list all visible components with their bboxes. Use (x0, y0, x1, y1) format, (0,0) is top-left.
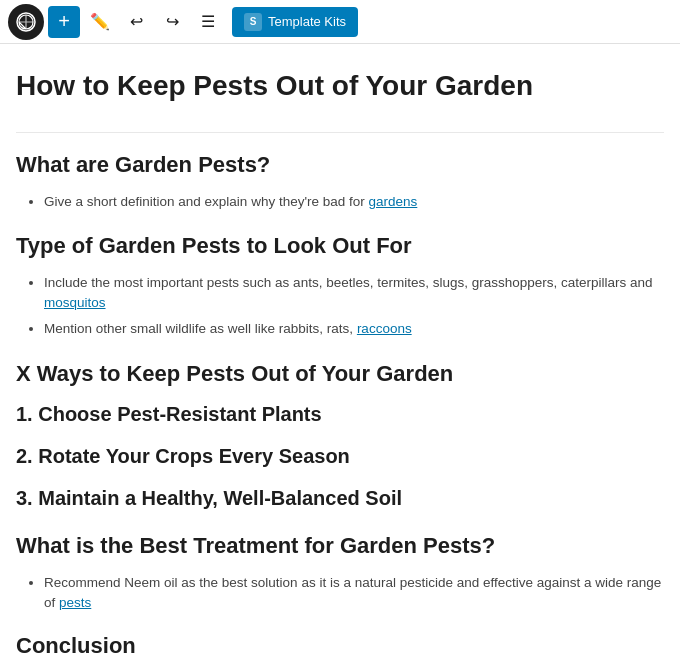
list-item: Mention other small wildlife as well lik… (44, 319, 664, 339)
section-conclusion: Conclusion Main keywords to include in a… (16, 633, 664, 664)
numbered-item-1: 1. Choose Pest-Resistant Plants (16, 400, 664, 428)
edit-button[interactable]: ✏️ (84, 6, 116, 38)
section-treatment: What is the Best Treatment for Garden Pe… (16, 532, 664, 613)
list-item: Include the most important pests such as… (44, 273, 664, 314)
redo-button[interactable]: ↪ (156, 6, 188, 38)
template-kits-icon: S (244, 13, 262, 31)
bullet-text: Recommend Neem oil as the best solution … (44, 575, 661, 610)
list-item: Recommend Neem oil as the best solution … (44, 573, 664, 614)
heading-types: Type of Garden Pests to Look Out For (16, 232, 664, 261)
pen-icon: ✏️ (90, 12, 110, 31)
section-what-are: What are Garden Pests? Give a short defi… (16, 151, 664, 212)
bullet-text: Mention other small wildlife as well lik… (44, 321, 357, 336)
template-kits-button[interactable]: S Template Kits (232, 7, 358, 37)
template-kits-label: Template Kits (268, 14, 346, 29)
add-button[interactable]: + (48, 6, 80, 38)
section-types: Type of Garden Pests to Look Out For Inc… (16, 232, 664, 339)
mosquitos-link[interactable]: mosquitos (44, 295, 106, 310)
bullet-list-treatment: Recommend Neem oil as the best solution … (16, 573, 664, 614)
heading-treatment: What is the Best Treatment for Garden Pe… (16, 532, 664, 561)
bullet-list-types: Include the most important pests such as… (16, 273, 664, 340)
toolbar: + ✏️ ↩ ↪ ☰ S Template Kits (0, 0, 680, 44)
conclusion-heading: Conclusion (16, 633, 664, 659)
bullet-text: Include the most important pests such as… (44, 275, 653, 290)
raccoons-link[interactable]: raccoons (357, 321, 412, 336)
wordpress-logo[interactable] (8, 4, 44, 40)
list-item: Give a short definition and explain why … (44, 192, 664, 212)
hamburger-icon: ☰ (201, 12, 215, 31)
undo-button[interactable]: ↩ (120, 6, 152, 38)
undo-icon: ↩ (130, 12, 143, 31)
editor-content: How to Keep Pests Out of Your Garden Wha… (0, 44, 680, 664)
article-main-title: How to Keep Pests Out of Your Garden (16, 68, 664, 104)
bullet-list-what-are: Give a short definition and explain why … (16, 192, 664, 212)
divider-1 (16, 132, 664, 133)
heading-ways: X Ways to Keep Pests Out of Your Garden (16, 360, 664, 389)
heading-what-are: What are Garden Pests? (16, 151, 664, 180)
numbered-item-2: 2. Rotate Your Crops Every Season (16, 442, 664, 470)
pests-link[interactable]: pests (59, 595, 91, 610)
gardens-link-1[interactable]: gardens (369, 194, 418, 209)
numbered-item-3: 3. Maintain a Healthy, Well-Balanced Soi… (16, 484, 664, 512)
menu-button[interactable]: ☰ (192, 6, 224, 38)
section-ways: X Ways to Keep Pests Out of Your Garden … (16, 360, 664, 513)
bullet-text: Give a short definition and explain why … (44, 194, 369, 209)
plus-icon: + (58, 10, 70, 33)
redo-icon: ↪ (166, 12, 179, 31)
